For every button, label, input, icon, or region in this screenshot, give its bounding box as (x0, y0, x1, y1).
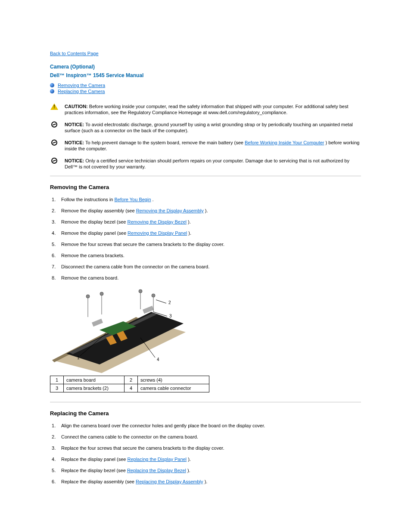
callout-1: 1 (77, 355, 80, 360)
removing-steps: Follow the instructions in Before You Be… (50, 196, 361, 281)
legend-num: 4 (125, 384, 138, 392)
step-text: ). (188, 219, 191, 224)
before-working-link[interactable]: Before Working Inside Your Computer (245, 140, 324, 145)
notice-lead: NOTICE: (65, 122, 84, 127)
step-text: Remove the display bezel (see (61, 219, 127, 224)
legend-num: 1 (50, 376, 64, 384)
callout-2: 2 (168, 300, 171, 305)
notice-icon (51, 121, 57, 128)
step-text: ). (188, 457, 191, 462)
svg-point-10 (86, 295, 90, 298)
svg-line-18 (156, 300, 166, 303)
bullet-icon (50, 83, 54, 87)
step-text: ). (188, 230, 191, 236)
remove-display-bezel-link[interactable]: Removing the Display Bezel (127, 219, 187, 224)
replace-display-panel-link[interactable]: Replacing the Display Panel (127, 457, 187, 462)
camera-figure: 1 2 3 4 (50, 287, 361, 373)
step-text: Remove the display assembly (see (61, 208, 136, 213)
remove-display-panel-link[interactable]: Removing the Display Panel (128, 230, 187, 236)
step-text: Replace the display assembly (see (61, 479, 136, 484)
back-to-contents-link[interactable]: Back to Contents Page (50, 51, 99, 56)
step-text: Replace the four screws that secure the … (61, 445, 224, 451)
notice-lead: NOTICE: (65, 158, 84, 163)
step-text: Connect the camera cable to the connecto… (61, 434, 198, 439)
battery-notice: NOTICE: To help prevent damage to the sy… (50, 140, 361, 152)
section-divider (50, 176, 361, 176)
step-text: Remove the four screws that secure the c… (61, 242, 224, 247)
section-divider (50, 402, 361, 402)
notice-body: To avoid electrostatic discharge, ground… (65, 122, 353, 133)
remove-display-assembly-link[interactable]: Removing the Display Assembly (136, 208, 204, 213)
before-you-begin-link[interactable]: Before You Begin (115, 197, 151, 202)
figure-legend-table: 1 camera board 2 screws (4) 3 camera bra… (50, 376, 209, 392)
step-text: Remove the camera brackets. (61, 253, 125, 258)
replacing-heading: Replacing the Camera (50, 410, 361, 417)
bullet-icon (50, 89, 54, 93)
legend-label: screws (4) (138, 376, 209, 384)
page-title: Camera (Optional) (50, 64, 361, 70)
replacing-steps: Align the camera board over the connecto… (50, 423, 361, 485)
toc-link-removing[interactable]: Removing the Camera (58, 83, 105, 88)
legend-num: 2 (125, 376, 138, 384)
legend-label: camera cable connector (138, 384, 209, 392)
step-text: . (153, 197, 154, 202)
caution-body: Before working inside your computer, rea… (65, 104, 349, 115)
step-text: Replace the display panel (see (61, 457, 127, 462)
notice-icon (51, 158, 57, 164)
technician-notice: NOTICE: Only a certified service technic… (50, 158, 361, 170)
step-text: Follow the instructions in (61, 197, 115, 202)
manual-name: Dell™ Inspiron™ 1545 Service Manual (50, 72, 361, 78)
caution-notice: CAUTION: Before working inside your comp… (50, 103, 361, 115)
camera-diagram-svg: 1 2 3 4 (50, 287, 188, 373)
replace-display-assembly-link[interactable]: Replacing the Display Assembly (136, 479, 203, 484)
table-of-contents: Removing the Camera Replacing the Camera (50, 83, 361, 94)
step-text: ). (205, 208, 208, 213)
legend-label: camera board (64, 376, 125, 384)
svg-point-12 (100, 292, 103, 296)
step-text: ). (205, 479, 208, 484)
esd-notice: NOTICE: To avoid electrostatic discharge… (50, 121, 361, 134)
replace-display-bezel-link[interactable]: Replacing the Display Bezel (127, 468, 186, 473)
callout-3: 3 (169, 314, 172, 318)
notice-lead: NOTICE: (65, 140, 84, 145)
legend-label: camera brackets (2) (64, 384, 125, 392)
step-text: ). (187, 468, 190, 473)
step-text: Remove the camera board. (61, 275, 118, 280)
warning-triangle-icon (50, 103, 58, 110)
notice-body: Only a certified service technician shou… (65, 158, 349, 169)
notice-body-prefix: To help prevent damage to the system boa… (85, 140, 245, 145)
svg-point-14 (139, 289, 142, 293)
step-text: Disconnect the camera cable from the con… (61, 264, 209, 269)
notice-icon (51, 140, 57, 146)
callout-4: 4 (157, 357, 159, 362)
legend-num: 3 (50, 384, 64, 392)
removing-heading: Removing the Camera (50, 184, 361, 190)
svg-rect-7 (92, 319, 103, 327)
svg-point-16 (152, 294, 155, 297)
step-text: Remove the display panel (see (61, 230, 128, 236)
toc-link-replacing[interactable]: Replacing the Camera (58, 89, 105, 94)
step-text: Replace the display bezel (see (61, 468, 127, 473)
step-text: Align the camera board over the connecto… (61, 423, 265, 428)
caution-lead: CAUTION: (65, 104, 88, 109)
